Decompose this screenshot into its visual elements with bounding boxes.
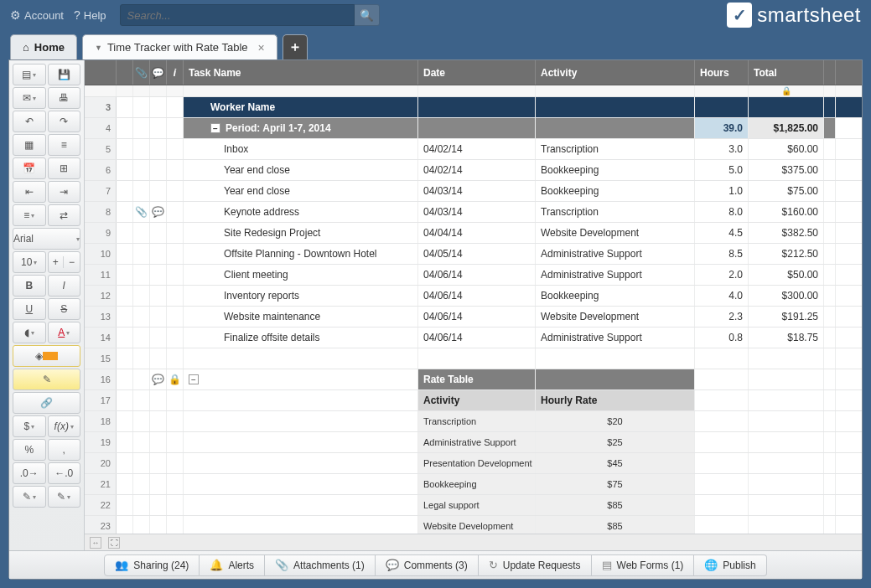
row-worker[interactable]: 3 Worker Name (85, 97, 862, 118)
outdent-button[interactable]: ⇤ (13, 181, 46, 203)
rate-row[interactable]: 22Legal support$85 (85, 495, 862, 516)
dec-dec-button[interactable]: ←.0 (48, 462, 81, 484)
row-period[interactable]: 4 −Period: April 1-7, 2014 39.0$1,825.00 (85, 118, 862, 139)
card-view-button[interactable]: ⊞ (48, 157, 81, 179)
font-size-select[interactable]: 10▾ (13, 251, 46, 273)
footer-alerts[interactable]: 🔔Alerts (200, 554, 265, 576)
cell-rate-activity: Legal support (418, 495, 536, 515)
row-blank[interactable]: 15 (85, 348, 862, 369)
thousands-button[interactable]: , (48, 439, 81, 461)
rate-row[interactable]: 19Administrative Support$25 (85, 432, 862, 453)
top-bar: ⚙Account ?Help 🔍 ✓ smartsheet (0, 0, 871, 30)
undo-button[interactable]: ↶ (13, 111, 46, 132)
highlight-button[interactable]: ✎ (13, 369, 80, 390)
footer-update[interactable]: ↻Update Requests (479, 554, 592, 576)
cell-date: 04/03/14 (418, 181, 536, 201)
search-input[interactable] (120, 4, 355, 26)
table-row[interactable]: 12Inventory reports04/06/14Bookkeeping4.… (85, 286, 862, 307)
col-total[interactable]: Total (749, 60, 824, 85)
redo-button[interactable]: ↷ (48, 111, 81, 132)
people-icon: 👥 (115, 559, 128, 571)
link-button[interactable]: 🔗 (13, 392, 80, 414)
col-attach[interactable]: 📎 (133, 60, 150, 85)
col-task[interactable]: Task Name (184, 60, 418, 85)
formula-button[interactable]: f(x)▾ (48, 415, 81, 437)
close-icon[interactable]: × (258, 41, 265, 54)
font-inc-button[interactable]: +− (48, 251, 81, 273)
account-link[interactable]: ⚙Account (10, 8, 64, 22)
row-rate-head[interactable]: 16 💬 🔒 − Rate Table (85, 369, 862, 390)
print-button[interactable]: 🖶 (48, 87, 81, 109)
col-info[interactable]: i (167, 60, 184, 85)
grid-view-button[interactable]: ▦ (13, 134, 46, 156)
chevron-down-icon[interactable]: ▼ (95, 44, 102, 52)
col-activity[interactable]: Activity (536, 60, 695, 85)
format-paint-button[interactable]: ✎▾ (13, 486, 46, 508)
footer-publish[interactable]: 🌐Publish (694, 554, 766, 576)
currency-button[interactable]: $▾ (13, 415, 46, 437)
tab-sheet[interactable]: ▼Time Tracker with Rate Table× (82, 34, 277, 59)
cell-hours: 1.0 (695, 181, 749, 201)
grid-body[interactable]: 3 Worker Name 4 −Period: April 1-7, 2014… (85, 97, 862, 534)
italic-button[interactable]: I (48, 275, 81, 297)
table-row[interactable]: 9Site Redesign Project04/04/14Website De… (85, 223, 862, 244)
table-row[interactable]: 6Year end close04/02/14Bookkeeping5.0$37… (85, 160, 862, 181)
help-link[interactable]: ?Help (74, 8, 106, 22)
col-rownum[interactable] (85, 60, 117, 85)
footer-attachments[interactable]: 📎Attachments (1) (265, 554, 376, 576)
scroll-left-button[interactable]: ↔ (90, 537, 101, 549)
bold-button[interactable]: B (13, 275, 46, 297)
tab-add[interactable]: ＋ (283, 34, 308, 59)
col-date[interactable]: Date (418, 60, 536, 85)
table-row[interactable]: 7Year end close04/03/14Bookkeeping1.0$75… (85, 181, 862, 202)
cell-activity: Website Development (536, 307, 695, 327)
footer-sharing[interactable]: 👥Sharing (24) (104, 554, 200, 576)
search-button[interactable]: 🔍 (355, 4, 380, 26)
cell-worker: Worker Name (184, 97, 418, 117)
paperclip-icon[interactable]: 📎 (135, 206, 148, 218)
table-row[interactable]: 8📎💬Keynote address04/03/14Transcription8… (85, 202, 862, 223)
mail-button[interactable]: ✉▾ (13, 87, 46, 109)
conditional-format-button[interactable]: ◈ (13, 345, 80, 367)
gantt-view-button[interactable]: ≡ (48, 134, 81, 156)
table-row[interactable]: 10Offsite Planning - Downtown Hotel04/05… (85, 244, 862, 265)
rate-row[interactable]: 23Website Development$85 (85, 516, 862, 534)
cell-hours: 0.8 (695, 328, 749, 348)
footer-webforms[interactable]: ▤Web Forms (1) (592, 554, 695, 576)
help-icon: ? (74, 8, 80, 22)
col-hours[interactable]: Hours (695, 60, 749, 85)
collapse-icon[interactable]: − (189, 374, 199, 384)
table-row[interactable]: 5Inbox04/02/14Transcription3.0$60.00 (85, 139, 862, 160)
comment-icon[interactable]: 💬 (152, 206, 164, 218)
rate-row[interactable]: 21Bookkeeping$75 (85, 474, 862, 495)
cell-activity: Website Development (536, 223, 695, 243)
rate-row[interactable]: 20Presentation Development$45 (85, 453, 862, 474)
fill-color-button[interactable]: ◖▾ (13, 322, 46, 343)
strike-button[interactable]: S (48, 298, 81, 320)
rate-row[interactable]: 18Transcription$20 (85, 411, 862, 432)
underline-button[interactable]: U (13, 298, 46, 320)
collapse-icon[interactable]: − (210, 123, 220, 133)
row-rate-subhead[interactable]: 17 Activity Hourly Rate (85, 390, 862, 411)
indent-button[interactable]: ⇥ (48, 181, 81, 203)
table-row[interactable]: 14Finalize offsite details04/06/14Admini… (85, 328, 862, 348)
col-comment[interactable]: 💬 (150, 60, 167, 85)
cell-activity: Administrative Support (536, 328, 695, 348)
comment-icon[interactable]: 💬 (152, 374, 164, 385)
expand-button[interactable]: ⛶ (108, 537, 120, 549)
align-button[interactable]: ≡▾ (13, 204, 46, 226)
clear-format-button[interactable]: ✎▾ (48, 486, 81, 508)
tab-home[interactable]: ⌂Home (10, 34, 77, 59)
table-row[interactable]: 11Client meeting04/06/14Administrative S… (85, 265, 862, 286)
calendar-view-button[interactable]: 📅 (13, 157, 46, 179)
save-button[interactable]: ▤▾ (13, 64, 46, 85)
font-select[interactable]: Arial▾ (13, 228, 80, 250)
table-row[interactable]: 13Website maintenance04/06/14Website Dev… (85, 307, 862, 328)
col-expand[interactable] (117, 60, 133, 85)
save-disk-button[interactable]: 💾 (48, 64, 81, 85)
percent-button[interactable]: % (13, 439, 46, 461)
dec-inc-button[interactable]: .0→ (13, 462, 46, 484)
wrap-button[interactable]: ⇄ (48, 204, 81, 226)
text-color-button[interactable]: A▾ (48, 322, 81, 343)
footer-comments[interactable]: 💬Comments (3) (376, 554, 479, 576)
